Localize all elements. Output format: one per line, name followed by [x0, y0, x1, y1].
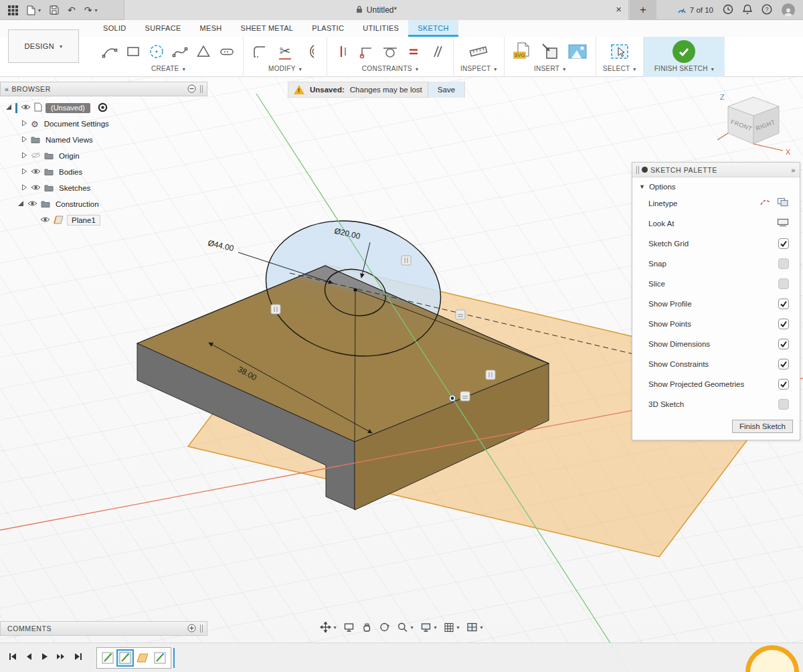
timeline-skip-start-button[interactable] — [8, 652, 17, 664]
checkbox-snap[interactable] — [778, 258, 789, 269]
pan-hand-button[interactable] — [361, 622, 371, 633]
checkbox-show-profile[interactable] — [778, 299, 789, 309]
timeline-sketch-feature-selected[interactable] — [118, 651, 132, 665]
select-tool-button[interactable] — [608, 40, 631, 63]
collapse-panel-icon[interactable]: « — [5, 85, 9, 93]
circle-tool-button[interactable] — [147, 42, 166, 61]
tab-surface[interactable]: SURFACE — [136, 20, 191, 37]
trim-tool-button[interactable]: ✂ — [274, 40, 296, 63]
line-tool-button[interactable] — [100, 42, 119, 61]
browser-item-document-settings[interactable]: ⚙ Document Settings — [0, 116, 207, 132]
select-group-label[interactable]: SELECT ▾ — [603, 65, 636, 72]
sketch-palette-header[interactable]: SKETCH PALETTE » — [632, 163, 800, 177]
spline-tool-button[interactable] — [171, 42, 189, 61]
timeline-skip-end-button[interactable] — [74, 652, 83, 664]
notifications-bell-icon[interactable] — [743, 4, 752, 17]
document-tab[interactable]: Untitled* × — [124, 0, 629, 20]
palette-grip[interactable] — [636, 166, 639, 174]
app-grid-menu-icon[interactable] — [8, 5, 18, 15]
checkbox-slice[interactable] — [778, 278, 789, 289]
fillet-tool-button[interactable] — [250, 42, 269, 61]
collapse-icon[interactable] — [17, 200, 24, 208]
palette-options-section[interactable]: ▼ Options — [632, 177, 800, 193]
tab-sheet-metal[interactable]: SHEET METAL — [232, 20, 303, 37]
rectangle-tool-button[interactable] — [124, 42, 143, 61]
timeline-play-button[interactable] — [40, 652, 48, 664]
timeline-plane-feature[interactable] — [135, 651, 150, 665]
undo-icon[interactable]: ↶ — [68, 5, 76, 15]
workspace-selector[interactable]: DESIGN▾ — [8, 29, 79, 63]
panel-grip[interactable] — [200, 85, 203, 93]
save-button[interactable]: Save — [428, 82, 464, 98]
polygon-tool-button[interactable] — [194, 42, 213, 61]
view-cube[interactable]: FRONT RIGHT Z X — [713, 90, 794, 161]
eye-hidden-icon[interactable] — [31, 152, 41, 160]
tab-mesh[interactable]: MESH — [191, 20, 232, 37]
expand-icon[interactable] — [21, 168, 27, 176]
fit-button[interactable] — [343, 622, 354, 633]
expand-icon[interactable] — [21, 120, 27, 128]
tangent-constraint-button[interactable] — [381, 42, 399, 61]
collapse-palette-icon[interactable]: » — [791, 166, 796, 174]
browser-item-construction[interactable]: Construction — [0, 196, 207, 212]
eye-icon[interactable] — [31, 184, 41, 192]
finish-sketch-check-icon[interactable] — [673, 40, 695, 63]
offset-tool-button[interactable] — [301, 42, 320, 61]
expand-icon[interactable] — [21, 152, 27, 160]
browser-item-origin[interactable]: Origin — [0, 148, 207, 164]
tab-sketch[interactable]: SKETCH — [408, 20, 458, 37]
new-document-tab-button[interactable]: + — [630, 0, 656, 20]
expand-icon[interactable] — [21, 136, 27, 144]
add-comment-icon[interactable] — [187, 624, 196, 634]
root-document-label[interactable]: (Unsaved) — [46, 103, 90, 113]
checkbox-show-dimensions[interactable] — [778, 339, 789, 349]
midpoint-constraint-button[interactable] — [357, 42, 376, 61]
finish-sketch-label[interactable]: FINISH SKETCH ▾ — [654, 65, 714, 72]
panel-grip[interactable] — [200, 624, 203, 633]
construction-linetype-icon[interactable] — [760, 197, 772, 209]
slot-tool-button[interactable] — [217, 42, 236, 61]
eye-icon[interactable] — [40, 216, 50, 224]
grid-settings-button[interactable]: ▾ — [444, 622, 460, 633]
checkbox-show-projected-geometries[interactable] — [778, 379, 789, 390]
timeline-step-forward-button[interactable] — [56, 652, 66, 664]
equal-constraint-button[interactable] — [404, 42, 423, 61]
insert-derive-button[interactable] — [539, 40, 561, 63]
inspect-group-label[interactable]: INSPECT ▾ — [460, 65, 497, 72]
job-status[interactable]: 7 of 10 — [677, 5, 713, 15]
measure-tool-button[interactable] — [467, 40, 490, 63]
finish-sketch-button[interactable]: Finish Sketch — [732, 420, 793, 433]
close-document-icon[interactable]: × — [616, 3, 622, 16]
expand-icon[interactable] — [21, 184, 27, 192]
help-icon[interactable]: ? — [762, 4, 772, 17]
create-group-label[interactable]: CREATE ▾ — [151, 65, 185, 72]
sketch-point[interactable] — [451, 397, 454, 400]
checkbox-3d-sketch[interactable] — [778, 399, 789, 410]
parallel-constraint-button[interactable] — [428, 42, 446, 61]
timeline-sketch-feature-2[interactable] — [153, 651, 167, 665]
redo-icon[interactable]: ↷▾ — [84, 5, 98, 15]
look-at-control[interactable] — [777, 218, 789, 230]
insert-group-label[interactable]: INSERT ▾ — [534, 65, 566, 72]
comments-header[interactable]: COMMENTS — [0, 621, 207, 636]
eye-icon[interactable] — [31, 168, 41, 176]
centerline-linetype-icon[interactable] — [777, 197, 789, 209]
activate-component-icon[interactable] — [98, 102, 108, 114]
constraints-group-label[interactable]: CONSTRAINTS ▾ — [362, 65, 418, 72]
eye-icon[interactable] — [27, 200, 37, 208]
timeline-sketch-feature[interactable] — [100, 651, 115, 665]
save-icon[interactable] — [50, 5, 59, 15]
display-settings-button[interactable]: ▾ — [420, 622, 436, 633]
browser-item-root[interactable]: (Unsaved) — [0, 100, 207, 116]
browser-item-sketches[interactable]: Sketches — [0, 180, 207, 196]
hide-panel-icon[interactable] — [187, 84, 196, 94]
tab-utilities[interactable]: UTILITIES — [353, 20, 408, 37]
viewport[interactable]: Ø44.00 Ø20.00 38.00 « BROWSER — [0, 77, 803, 672]
tab-solid[interactable]: SOLID — [94, 20, 136, 37]
eye-icon[interactable] — [21, 104, 31, 112]
checkbox-sketch-grid[interactable] — [778, 238, 789, 249]
expand-icon[interactable] — [5, 104, 12, 112]
user-avatar[interactable] — [782, 3, 795, 17]
checkbox-show-points[interactable] — [778, 319, 789, 329]
circle-center-point[interactable] — [353, 288, 357, 291]
